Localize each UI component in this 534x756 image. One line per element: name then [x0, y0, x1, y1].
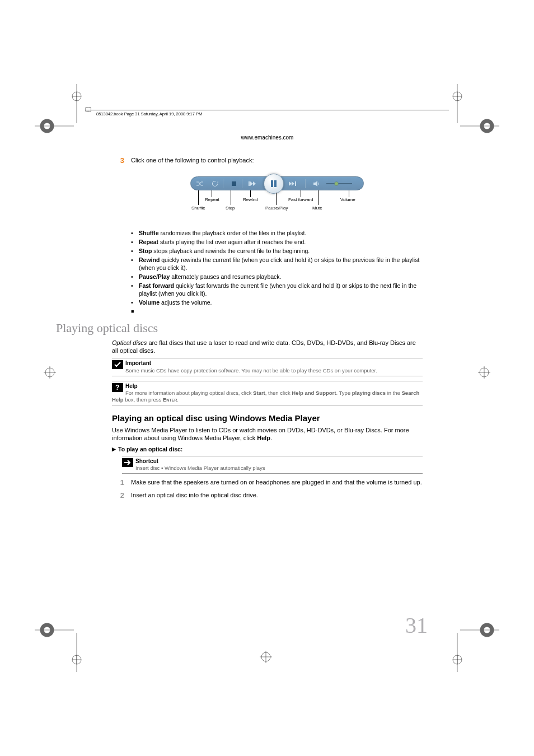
reg-mark: [41, 364, 58, 381]
subsection-para: Use Windows Media Player to listen to CD…: [112, 426, 423, 442]
reg-mark: [35, 619, 88, 672]
step-text-3: Click one of the following to control pl…: [131, 156, 423, 165]
playback-bullet-list: •Shuffle randomizes the playback order o…: [112, 230, 423, 307]
player-label-mute: Mute: [312, 206, 322, 211]
reg-mark: [446, 84, 499, 137]
step-number: 2: [112, 491, 131, 500]
stop-button-icon: [228, 179, 240, 189]
shuffle-button-icon: [194, 179, 206, 189]
svg-point-34: [213, 181, 218, 186]
svg-rect-36: [249, 181, 250, 186]
question-icon: ?: [112, 383, 123, 392]
bullet-item: •Repeat starts playing the list over aga…: [131, 239, 423, 246]
help-callout: ? HelpFor more information about playing…: [112, 381, 423, 405]
bullet-item: •Volume adjusts the volume.: [131, 299, 423, 307]
bullet-item: •Fast forward quickly fast forwards the …: [131, 282, 423, 297]
player-label-pauseplay: Pause/Play: [265, 206, 288, 211]
player-label-shuffle: Shuffle: [191, 206, 205, 211]
subsection-title: Playing an optical disc using Windows Me…: [112, 413, 423, 423]
rewind-button-icon: [247, 179, 264, 189]
page-number: 31: [405, 612, 428, 638]
bullet-item: •Rewind quickly rewinds the current file…: [131, 256, 423, 272]
svg-rect-35: [232, 181, 236, 186]
svg-rect-37: [271, 180, 273, 187]
reg-mark: [476, 364, 493, 381]
player-label-rewind: Rewind: [243, 197, 258, 202]
header-url: www.emachines.com: [112, 134, 423, 141]
svg-point-41: [335, 181, 339, 185]
bullet-item: •Shuffle randomizes the playback order o…: [131, 230, 423, 237]
slug-text: 8513042.book Page 31 Saturday, April 19,…: [96, 111, 202, 116]
step-number: 1: [112, 478, 131, 487]
svg-text:?: ?: [115, 384, 119, 391]
step-number-3: 3: [112, 156, 131, 165]
end-bullet: ■: [131, 309, 423, 314]
svg-rect-38: [274, 180, 277, 187]
player-label-repeat: Repeat: [205, 197, 219, 202]
step-row: 1Make sure that the speakers are turned …: [112, 478, 423, 487]
bullet-item: •Pause/Play alternately pauses and resum…: [131, 273, 423, 281]
player-label-fastforward: Fast forward: [288, 197, 313, 202]
arrow-icon: [122, 458, 133, 467]
reg-mark: [35, 84, 88, 137]
step-row: 2Insert an optical disc into the optical…: [112, 491, 423, 500]
player-bar: [190, 176, 364, 190]
section-title: Playing optical discs: [56, 321, 423, 335]
media-player-figure: Repeat Rewind Fast forward Volume Shuffl…: [190, 169, 369, 220]
step-text: Insert an optical disc into the optical …: [131, 491, 423, 500]
bullet-item: •Stop stops playback and rewinds the cur…: [131, 248, 423, 255]
svg-rect-39: [295, 181, 296, 186]
shortcut-callout: ShortcutInsert disc ▪ Windows Media Play…: [122, 456, 423, 474]
pause-play-button-icon: [264, 174, 284, 194]
important-callout: ImportantSome music CDs have copy protec…: [112, 358, 423, 376]
player-label-stop: Stop: [226, 206, 235, 211]
player-label-volume: Volume: [340, 197, 355, 202]
volume-slider-icon: [325, 179, 356, 189]
slug-line: [85, 110, 449, 110]
fast-forward-button-icon: [287, 179, 303, 189]
step-text: Make sure that the speakers are turned o…: [131, 478, 423, 487]
reg-mark: [446, 619, 499, 672]
book-icon: [85, 106, 92, 113]
mute-button-icon: [310, 179, 322, 189]
intro-paragraph: Optical discs are flat discs that use a …: [112, 339, 423, 355]
triangle-icon: ▶: [112, 446, 116, 452]
repeat-button-icon: [209, 179, 221, 189]
procedure-title: ▶To play an optical disc:: [112, 446, 423, 452]
reg-mark: [257, 648, 274, 665]
check-icon: [112, 360, 123, 369]
